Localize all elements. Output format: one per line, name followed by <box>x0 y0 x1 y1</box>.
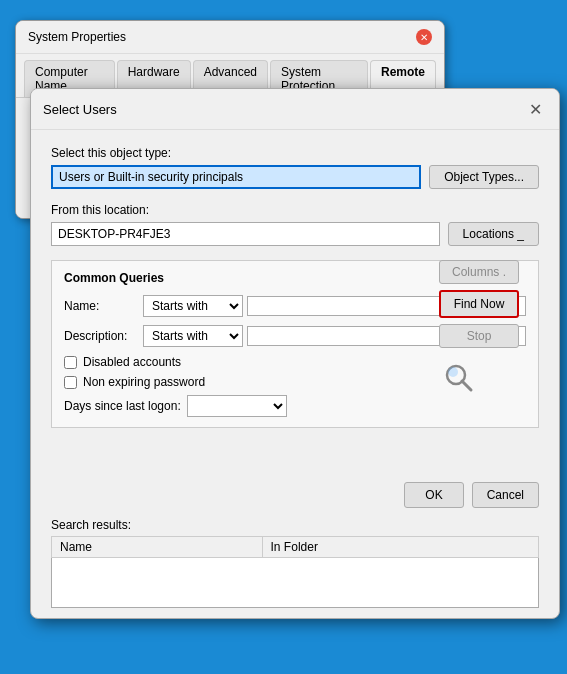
days-label: Days since last logon: <box>64 399 181 413</box>
sys-props-controls: ✕ <box>416 29 432 45</box>
days-dropdown[interactable]: 30 60 <box>187 395 287 417</box>
disabled-accounts-label: Disabled accounts <box>83 355 181 369</box>
dialog-titlebar: Select Users ✕ <box>31 89 559 130</box>
name-filter-dropdown[interactable]: Starts with Is exactly <box>143 295 243 317</box>
select-users-dialog: Select Users ✕ Select this object type: … <box>30 88 560 619</box>
days-row: Days since last logon: 30 60 <box>64 395 526 417</box>
non-expiring-checkbox[interactable] <box>64 376 77 389</box>
ok-button[interactable]: OK <box>404 482 463 508</box>
search-results-label: Search results: <box>51 518 539 532</box>
stop-button[interactable]: Stop <box>439 324 519 348</box>
search-magnifier-icon <box>443 362 475 394</box>
sys-props-close-btn[interactable]: ✕ <box>416 29 432 45</box>
find-now-button[interactable]: Find Now <box>439 290 519 318</box>
svg-point-2 <box>448 367 458 377</box>
location-row: Locations _ <box>51 222 539 246</box>
location-label: From this location: <box>51 203 539 217</box>
svg-line-1 <box>462 381 471 390</box>
col-header-in-folder[interactable]: In Folder <box>262 537 538 558</box>
columns-button[interactable]: Columns . <box>439 260 519 284</box>
disabled-accounts-checkbox[interactable] <box>64 356 77 369</box>
search-icon-button[interactable] <box>439 358 479 398</box>
locations-button[interactable]: Locations _ <box>448 222 539 246</box>
location-input[interactable] <box>51 222 440 246</box>
description-filter-dropdown[interactable]: Starts with Is exactly <box>143 325 243 347</box>
description-query-label: Description: <box>64 329 139 343</box>
non-expiring-label: Non expiring password <box>83 375 205 389</box>
dialog-body: Select this object type: Object Types...… <box>31 130 559 472</box>
object-type-input[interactable] <box>51 165 421 189</box>
name-query-label: Name: <box>64 299 139 313</box>
results-table: Name In Folder <box>51 536 539 608</box>
object-type-row: Object Types... <box>51 165 539 189</box>
search-results-section: Search results: Name In Folder <box>31 518 559 618</box>
object-type-label: Select this object type: <box>51 146 539 160</box>
sys-props-titlebar: System Properties ✕ <box>16 21 444 54</box>
dialog-close-btn[interactable]: ✕ <box>523 97 547 121</box>
queries-and-buttons-section: Common Queries Name: Starts with Is exac… <box>51 260 539 442</box>
dialog-title: Select Users <box>43 102 117 117</box>
sys-props-title: System Properties <box>28 30 126 44</box>
col-header-name[interactable]: Name <box>52 537 263 558</box>
object-types-button[interactable]: Object Types... <box>429 165 539 189</box>
dialog-footer: OK Cancel <box>31 472 559 518</box>
cancel-button[interactable]: Cancel <box>472 482 539 508</box>
right-buttons: Columns . Find Now Stop <box>439 260 519 398</box>
